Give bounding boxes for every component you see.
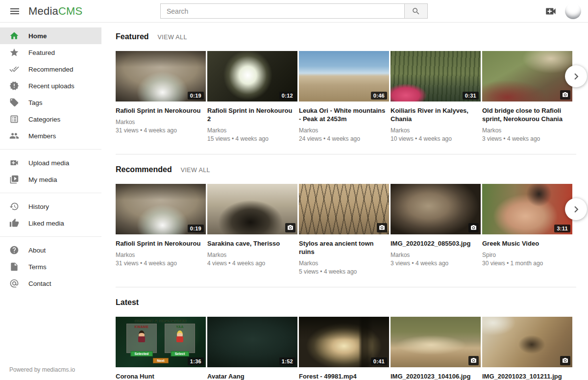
sidebar-item-label: My media — [28, 176, 57, 183]
media-author[interactable]: Spiro — [482, 252, 572, 258]
logo-text-primary: Media — [28, 5, 58, 17]
media-title[interactable]: Greek Music Video — [482, 239, 572, 248]
media-card[interactable]: Sarakina cave, Therisso Markos 4 views •… — [207, 184, 297, 275]
history-icon — [9, 202, 20, 211]
home-icon — [9, 31, 20, 41]
search-form — [160, 3, 428, 19]
media-author[interactable]: Markos — [299, 260, 389, 267]
media-card[interactable]: 1:52 Avatar Aang Dickson Jr. 12 views • … — [207, 317, 297, 380]
top-bar: MediaCMS — [0, 0, 588, 23]
media-author[interactable]: Markos — [482, 127, 572, 134]
media-title[interactable]: Corona Hunt — [116, 372, 206, 380]
media-title[interactable]: IMG_20201022_085503.jpg — [391, 239, 481, 248]
media-title[interactable]: Old bridge close to Rafioli sprint, Nero… — [482, 106, 572, 123]
sidebar-item-home[interactable]: Home — [0, 27, 101, 44]
media-author[interactable]: Markos — [207, 127, 297, 134]
media-author[interactable]: Markos — [391, 252, 481, 258]
sidebar-item-my-media[interactable]: My media — [0, 171, 101, 188]
app-logo[interactable]: MediaCMS — [28, 5, 82, 18]
section-recommended: RecommendedVIEW ALL0:19 Rafioli Sprint i… — [116, 165, 576, 287]
media-title[interactable]: Stylos area ancient town ruins — [299, 239, 389, 256]
media-card[interactable]: 0:12 Rafioli Sprint in Nerokourou 2 Mark… — [207, 51, 297, 142]
sidebar-item-categories[interactable]: Categories — [0, 111, 101, 127]
media-thumbnail[interactable]: 0:31 — [391, 51, 481, 101]
media-card[interactable]: Stylos area ancient town ruins Markos 5 … — [299, 184, 389, 275]
media-card[interactable]: IMG_20201023_104106.jpg Markos 4 views •… — [391, 317, 481, 380]
media-thumbnail[interactable] — [391, 184, 481, 234]
main-content: FeaturedVIEW ALL0:19 Rafioli Sprint in N… — [116, 0, 588, 380]
carousel-next-button[interactable] — [565, 65, 587, 87]
sidebar-item-label: Home — [28, 32, 47, 40]
media-card[interactable]: IMG_20201022_085503.jpg Markos 3 views •… — [391, 184, 481, 275]
media-card[interactable]: 0:31 Koiliaris River in Kalyves, Chania … — [391, 51, 481, 142]
media-thumbnail[interactable] — [482, 317, 572, 367]
section-divider — [116, 287, 576, 287]
media-thumbnail[interactable]: 0:19 — [116, 184, 206, 234]
sidebar-item-recent-uploads[interactable]: Recent uploads — [0, 77, 101, 94]
media-thumbnail[interactable]: 0:19 — [116, 51, 206, 101]
sidebar-item-upload-media[interactable]: Upload media — [0, 154, 101, 171]
sidebar-item-recommended[interactable]: Recommended — [0, 61, 101, 77]
media-thumbnail[interactable]: 0:41 — [299, 317, 389, 367]
camera-icon — [560, 356, 570, 365]
media-thumbnail[interactable]: 0:12 — [207, 51, 297, 101]
media-card[interactable]: 0:19 Rafioli Sprint in Nerokourou Markos… — [116, 184, 206, 275]
chevron-right-icon — [570, 203, 583, 216]
sidebar-item-members[interactable]: Members — [0, 127, 101, 144]
media-title[interactable]: Leuka Ori - White mountains - Peak at 24… — [299, 106, 389, 123]
search-input[interactable] — [160, 3, 404, 19]
sidebar-divider — [0, 236, 101, 237]
powered-by-link[interactable]: Powered by mediacms.io — [9, 366, 75, 373]
sidebar-item-label: Tags — [28, 99, 43, 106]
search-button[interactable] — [404, 3, 428, 19]
sidebar-item-featured[interactable]: Featured — [0, 44, 101, 61]
media-thumbnail[interactable] — [299, 184, 389, 234]
media-thumbnail[interactable] — [391, 317, 481, 367]
media-card[interactable]: 0:41 Forest - 49981.mp4 test 17 views • … — [299, 317, 389, 380]
media-thumbnail[interactable] — [207, 184, 297, 234]
media-thumbnail[interactable]: 3:11 — [482, 184, 572, 234]
media-card[interactable]: 0:46 Leuka Ori - White mountains - Peak … — [299, 51, 389, 142]
sidebar-item-contact[interactable]: Contact — [0, 275, 101, 292]
videocall-icon — [9, 158, 20, 168]
media-author[interactable]: Markos — [391, 127, 481, 134]
sidebar-item-liked-media[interactable]: Liked media — [0, 215, 101, 231]
upload-video-icon[interactable] — [544, 5, 557, 18]
section-title: Recommended — [116, 165, 172, 174]
media-thumbnail[interactable]: 0:46 — [299, 51, 389, 101]
media-title[interactable]: Rafioli Sprint in Nerokourou — [116, 106, 206, 115]
media-thumbnail[interactable]: 1:52 — [207, 317, 297, 367]
media-author[interactable]: Markos — [116, 119, 206, 126]
media-card[interactable]: IMG_20201023_101211.jpg Markos 4 views •… — [482, 317, 572, 380]
media-author[interactable]: Markos — [207, 252, 297, 258]
media-title[interactable]: IMG_20201023_104106.jpg — [391, 372, 481, 380]
media-card[interactable]: CHOOSE A CHARACTER KWAME Selected YAA Se… — [116, 317, 206, 380]
game-character-panel: KWAME Selected — [126, 324, 157, 353]
media-title[interactable]: Forest - 49981.mp4 — [299, 372, 389, 380]
menu-icon[interactable] — [0, 5, 28, 17]
media-card[interactable]: 3:11 Greek Music Video Spiro 30 views • … — [482, 184, 572, 275]
view-all-link[interactable]: VIEW ALL — [158, 34, 187, 41]
media-card[interactable]: Old bridge close to Rafioli sprint, Nero… — [482, 51, 572, 142]
view-all-link[interactable]: VIEW ALL — [181, 167, 210, 174]
media-thumbnail[interactable] — [482, 51, 572, 101]
media-card[interactable]: 0:19 Rafioli Sprint in Nerokourou Markos… — [116, 51, 206, 142]
media-author[interactable]: Markos — [299, 127, 389, 134]
media-title[interactable]: Avatar Aang — [207, 372, 297, 380]
carousel-next-button[interactable] — [565, 198, 587, 220]
media-author[interactable]: Markos — [116, 252, 206, 258]
sidebar-item-history[interactable]: History — [0, 198, 101, 215]
doneall-icon — [9, 64, 20, 74]
media-thumbnail[interactable]: CHOOSE A CHARACTER KWAME Selected YAA Se… — [116, 317, 206, 367]
sidebar-item-about[interactable]: About — [0, 242, 101, 258]
media-title[interactable]: IMG_20201023_101211.jpg — [482, 372, 572, 380]
media-title[interactable]: Koiliaris River in Kalyves, Chania — [391, 106, 481, 123]
sidebar-item-tags[interactable]: Tags — [0, 94, 101, 111]
duration-badge: 0:19 — [188, 92, 204, 100]
sidebar-item-terms[interactable]: Terms — [0, 258, 101, 275]
media-title[interactable]: Rafioli Sprint in Nerokourou — [116, 239, 206, 248]
game-selected-button: Selected — [131, 351, 153, 356]
media-title[interactable]: Rafioli Sprint in Nerokourou 2 — [207, 106, 297, 123]
media-title[interactable]: Sarakina cave, Therisso — [207, 239, 297, 248]
avatar[interactable] — [565, 3, 581, 19]
